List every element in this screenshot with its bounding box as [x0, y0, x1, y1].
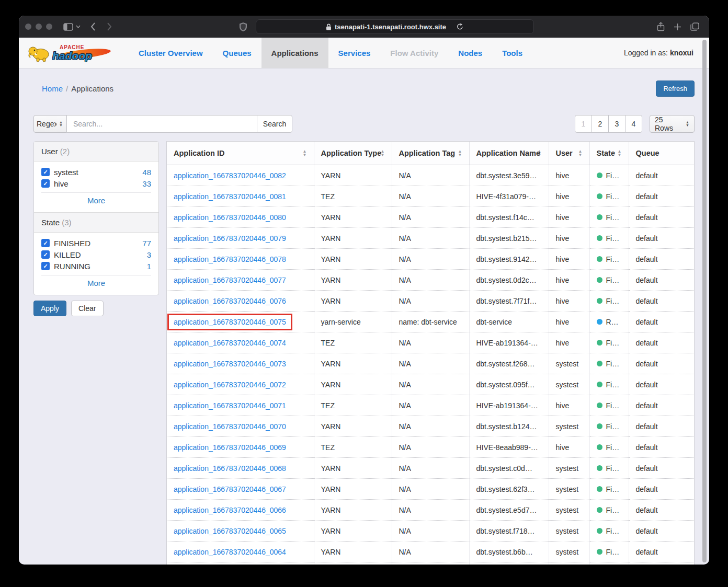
- page-button-2[interactable]: 2: [592, 115, 609, 133]
- application-id-link[interactable]: application_1667837020446_0078: [174, 255, 286, 263]
- page-button-3[interactable]: 3: [608, 115, 625, 133]
- state-cell: R…: [589, 312, 629, 332]
- refresh-button[interactable]: Refresh: [656, 80, 695, 97]
- filter-item-count: 33: [142, 179, 151, 188]
- sort-icon[interactable]: ▲▼: [578, 149, 583, 157]
- column-header-state[interactable]: ▲▼State: [589, 142, 629, 165]
- new-tab-icon[interactable]: [674, 23, 681, 31]
- address-bar[interactable]: tsenapati-1.tsenapati.root.hwx.site: [256, 19, 534, 34]
- column-header-application-id[interactable]: ▲▼Application ID: [167, 142, 314, 165]
- application-id-link[interactable]: application_1667837020446_0076: [174, 297, 286, 305]
- page-scrollbar[interactable]: [702, 40, 707, 562]
- application-id-link[interactable]: application_1667837020446_0071: [174, 401, 286, 410]
- state-cell: Fi…: [589, 437, 629, 458]
- application-id-link[interactable]: application_1667837020446_0072: [174, 381, 286, 389]
- application-name-cell: dbt.systest.b215…: [469, 228, 549, 249]
- browser-titlebar: tsenapati-1.tsenapati.root.hwx.site: [19, 16, 709, 38]
- application-tag-cell: N/A: [392, 270, 469, 291]
- application-id-link[interactable]: application_1667837020446_0066: [174, 506, 286, 514]
- application-name-cell: dbt.systest.f268…: [469, 353, 549, 374]
- share-icon[interactable]: [657, 22, 665, 31]
- back-icon[interactable]: [90, 22, 96, 31]
- column-header-application-name[interactable]: ▲▼Application Name: [469, 142, 549, 165]
- application-id-link[interactable]: application_1667837020446_0081: [174, 192, 286, 201]
- page-button-4[interactable]: 4: [625, 115, 642, 133]
- clear-button[interactable]: Clear: [71, 301, 103, 316]
- search-input[interactable]: [67, 115, 257, 133]
- more-link[interactable]: More: [41, 275, 151, 291]
- application-id-link[interactable]: application_1667837020446_0067: [174, 485, 286, 493]
- column-header-user[interactable]: ▲▼User: [549, 142, 589, 165]
- forward-icon[interactable]: [107, 22, 112, 31]
- application-id-link[interactable]: application_1667837020446_0070: [174, 422, 286, 431]
- application-id-link-highlighted[interactable]: application_1667837020446_0075: [167, 314, 292, 330]
- state-cell: Fi…: [589, 332, 629, 353]
- table-row: application_1667837020446_0080YARNN/Adbt…: [167, 207, 694, 228]
- application-id-link[interactable]: application_1667837020446_0069: [174, 443, 286, 452]
- main-nav: Cluster OverviewQueuesApplicationsServic…: [129, 38, 532, 68]
- checkbox-finished[interactable]: ✓: [41, 239, 50, 247]
- sort-icon[interactable]: ▲▼: [618, 149, 622, 157]
- nav-item-nodes[interactable]: Nodes: [448, 38, 492, 68]
- breadcrumb-home-link[interactable]: Home: [42, 84, 63, 93]
- application-id-cell: application_1667837020446_0067: [167, 479, 314, 500]
- state-indicator: Fi…: [597, 485, 622, 493]
- close-window-icon[interactable]: [25, 24, 31, 30]
- application-name-cell: dbt-service: [469, 312, 549, 332]
- state-dot-finished: [597, 528, 602, 534]
- state-dot-finished: [597, 340, 602, 346]
- application-id-link[interactable]: application_1667837020446_0073: [174, 360, 286, 368]
- application-id-link[interactable]: application_1667837020446_0068: [174, 464, 286, 473]
- application-id-link[interactable]: application_1667837020446_0077: [174, 276, 286, 284]
- more-link[interactable]: More: [41, 192, 151, 209]
- nav-item-cluster-overview[interactable]: Cluster Overview: [129, 38, 213, 68]
- minimize-window-icon[interactable]: [36, 24, 42, 30]
- checkbox-hive[interactable]: ✓: [41, 179, 50, 188]
- sidebar-toggle-icon[interactable]: [63, 23, 73, 31]
- nav-item-applications[interactable]: Applications: [261, 38, 328, 68]
- application-type-cell: YARN: [314, 207, 392, 228]
- filter-title-text: User: [41, 147, 60, 156]
- sort-icon[interactable]: ▲▼: [381, 149, 385, 157]
- maximize-window-icon[interactable]: [46, 24, 52, 30]
- checkbox-systest[interactable]: ✓: [41, 168, 50, 176]
- application-id-link[interactable]: application_1667837020446_0082: [174, 171, 286, 180]
- checkbox-running[interactable]: ✓: [41, 262, 50, 270]
- state-label: Fi…: [606, 234, 620, 243]
- nav-item-services[interactable]: Services: [328, 38, 381, 68]
- state-dot-finished: [597, 382, 602, 387]
- checkbox-killed[interactable]: ✓: [41, 250, 50, 259]
- column-header-application-tag[interactable]: ▲▼Application Tag: [392, 142, 469, 165]
- sort-icon[interactable]: ▲▼: [458, 149, 462, 157]
- lock-icon: [326, 24, 332, 30]
- sort-icon[interactable]: ▲▼: [303, 149, 307, 157]
- privacy-shield-icon[interactable]: [239, 22, 247, 32]
- sort-icon[interactable]: ▲▼: [538, 149, 542, 157]
- application-id-link[interactable]: application_1667837020446_0080: [174, 213, 286, 222]
- rows-per-page-select[interactable]: 25 Rows ▲▼: [650, 115, 695, 133]
- application-id-cell: application_1667837020446_0064: [167, 542, 314, 562]
- tab-overview-icon[interactable]: [690, 22, 699, 31]
- application-id-link[interactable]: application_1667837020446_0079: [174, 234, 286, 243]
- application-name-cell: dbt.systest.e5d7…: [469, 500, 549, 521]
- application-id-link[interactable]: application_1667837020446_0074: [174, 339, 286, 347]
- queue-cell: default: [629, 312, 694, 332]
- reload-icon[interactable]: [457, 23, 463, 30]
- application-id-link[interactable]: application_1667837020446_0065: [174, 527, 286, 535]
- chevron-down-icon[interactable]: [76, 25, 81, 28]
- nav-item-queues[interactable]: Queues: [213, 38, 261, 68]
- state-label: Fi…: [606, 506, 620, 514]
- state-indicator: Fi…: [597, 234, 622, 243]
- search-button[interactable]: Search: [257, 115, 292, 133]
- scrollbar-thumb[interactable]: [702, 40, 707, 562]
- application-type-cell: TEZ: [314, 332, 392, 353]
- queue-cell: default: [629, 353, 694, 374]
- column-header-application-type[interactable]: ▲▼Application Type: [314, 142, 392, 165]
- nav-item-tools[interactable]: Tools: [492, 38, 532, 68]
- state-dot-finished: [597, 361, 602, 366]
- application-type-cell: TEZ: [314, 395, 392, 416]
- application-id-link[interactable]: application_1667837020446_0064: [174, 548, 286, 556]
- search-mode-select[interactable]: Regex ▲▼: [33, 115, 67, 133]
- filter-section-state: State (3)✓FINISHED77✓KILLED3✓RUNNING1Mor…: [34, 212, 158, 295]
- apply-button[interactable]: Apply: [33, 301, 66, 316]
